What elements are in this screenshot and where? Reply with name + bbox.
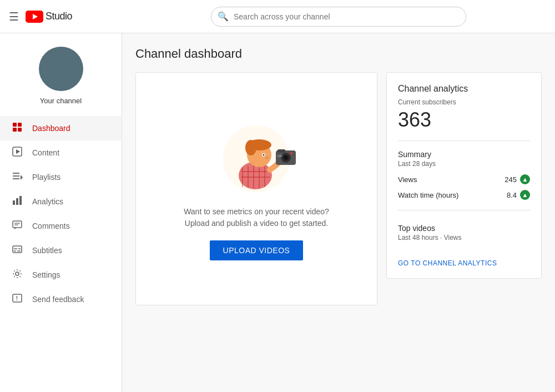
svg-point-47 bbox=[290, 152, 292, 154]
summary-title: Summary bbox=[398, 150, 530, 159]
upload-card: Want to see metrics on your recent video… bbox=[135, 72, 377, 305]
upload-description: Want to see metrics on your recent video… bbox=[184, 206, 329, 229]
playlists-icon bbox=[11, 170, 23, 184]
sidebar-item-playlists[interactable]: Playlists bbox=[0, 165, 122, 189]
card-divider-2 bbox=[398, 210, 530, 210]
dashboard-icon bbox=[11, 122, 23, 135]
subtitles-label: Subtitles bbox=[32, 246, 62, 255]
logo: Studio bbox=[26, 11, 72, 23]
subtitles-icon bbox=[11, 244, 23, 258]
svg-rect-19 bbox=[13, 246, 22, 253]
svg-rect-14 bbox=[19, 196, 22, 205]
views-up-badge: ▲ bbox=[520, 174, 530, 184]
search-bar: 🔍 bbox=[131, 7, 546, 27]
watch-time-label: Watch time (hours) bbox=[398, 191, 458, 199]
feedback-label: Send feedback bbox=[32, 295, 84, 304]
svg-point-40 bbox=[263, 154, 265, 156]
sidebar: Your channel Dashboard bbox=[0, 33, 122, 392]
svg-rect-4 bbox=[13, 128, 17, 132]
svg-point-41 bbox=[265, 157, 269, 159]
svg-text:!: ! bbox=[16, 295, 18, 301]
header-left: ☰ Studio bbox=[9, 10, 131, 23]
comments-icon bbox=[11, 219, 23, 233]
sidebar-item-settings[interactable]: Settings bbox=[0, 263, 122, 287]
sidebar-item-comments[interactable]: Comments bbox=[0, 214, 122, 238]
views-value: 245 bbox=[504, 175, 517, 184]
svg-point-38 bbox=[245, 140, 256, 155]
metric-row-views: Views 245 ▲ bbox=[398, 174, 530, 184]
sidebar-item-feedback[interactable]: ! Send feedback bbox=[0, 287, 122, 311]
summary-subtitle: Last 28 days bbox=[398, 160, 530, 168]
youtube-icon bbox=[26, 11, 43, 23]
svg-rect-3 bbox=[18, 123, 22, 127]
top-videos-subtitle: Last 48 hours · Views bbox=[398, 234, 530, 242]
header: ☰ Studio 🔍 bbox=[0, 0, 555, 33]
content-label: Content bbox=[32, 148, 59, 157]
comments-label: Comments bbox=[32, 222, 70, 230]
settings-label: Settings bbox=[32, 270, 60, 279]
main-content: Channel dashboard bbox=[122, 33, 555, 392]
dashboard-grid: Want to see metrics on your recent video… bbox=[135, 72, 542, 305]
upload-videos-button[interactable]: UPLOAD VIDEOS bbox=[210, 240, 304, 260]
svg-rect-43 bbox=[278, 149, 285, 153]
analytics-label: Analytics bbox=[32, 197, 63, 206]
sidebar-item-content[interactable]: Content bbox=[0, 140, 122, 165]
watch-time-value: 8.4 bbox=[507, 191, 517, 199]
svg-point-24 bbox=[16, 272, 19, 275]
search-input[interactable] bbox=[211, 7, 466, 27]
playlists-label: Playlists bbox=[32, 173, 60, 182]
svg-rect-2 bbox=[13, 123, 17, 127]
svg-rect-15 bbox=[13, 221, 22, 228]
views-value-wrap: 245 ▲ bbox=[504, 174, 530, 184]
views-label: Views bbox=[398, 175, 417, 184]
sidebar-item-dashboard[interactable]: Dashboard bbox=[0, 116, 122, 140]
watch-time-value-wrap: 8.4 ▲ bbox=[507, 190, 530, 200]
subs-label: Current subscribers bbox=[398, 98, 530, 106]
card-divider-1 bbox=[398, 140, 530, 141]
go-to-analytics-link[interactable]: GO TO CHANNEL ANALYTICS bbox=[398, 259, 530, 267]
search-icon: 🔍 bbox=[218, 11, 229, 22]
dashboard-label: Dashboard bbox=[32, 124, 70, 133]
svg-rect-48 bbox=[278, 155, 282, 157]
channel-name: Your channel bbox=[40, 97, 82, 105]
svg-rect-12 bbox=[13, 200, 15, 205]
svg-rect-13 bbox=[16, 198, 18, 205]
page-title: Channel dashboard bbox=[135, 47, 542, 61]
nav-list: Dashboard Content bbox=[0, 116, 122, 311]
sidebar-item-subtitles[interactable]: Subtitles bbox=[0, 238, 122, 263]
settings-icon bbox=[11, 268, 23, 282]
svg-point-46 bbox=[284, 156, 287, 159]
svg-marker-7 bbox=[16, 149, 20, 154]
avatar bbox=[39, 47, 83, 91]
menu-icon[interactable]: ☰ bbox=[9, 10, 19, 23]
layout: Your channel Dashboard bbox=[0, 33, 555, 392]
svg-rect-5 bbox=[18, 128, 22, 132]
subs-count: 363 bbox=[398, 108, 530, 132]
sidebar-item-analytics[interactable]: Analytics bbox=[0, 189, 122, 214]
upload-illustration bbox=[212, 117, 301, 195]
svg-marker-11 bbox=[21, 175, 23, 180]
content-icon bbox=[11, 146, 23, 160]
analytics-card: Channel analytics Current subscribers 36… bbox=[386, 72, 542, 279]
metric-row-watch-time: Watch time (hours) 8.4 ▲ bbox=[398, 190, 530, 200]
watch-time-up-badge: ▲ bbox=[520, 190, 530, 200]
analytics-card-title: Channel analytics bbox=[398, 84, 530, 94]
studio-logo-text: Studio bbox=[46, 11, 72, 22]
analytics-icon bbox=[11, 195, 23, 209]
top-videos-title: Top videos bbox=[398, 224, 530, 233]
feedback-icon: ! bbox=[11, 293, 23, 306]
